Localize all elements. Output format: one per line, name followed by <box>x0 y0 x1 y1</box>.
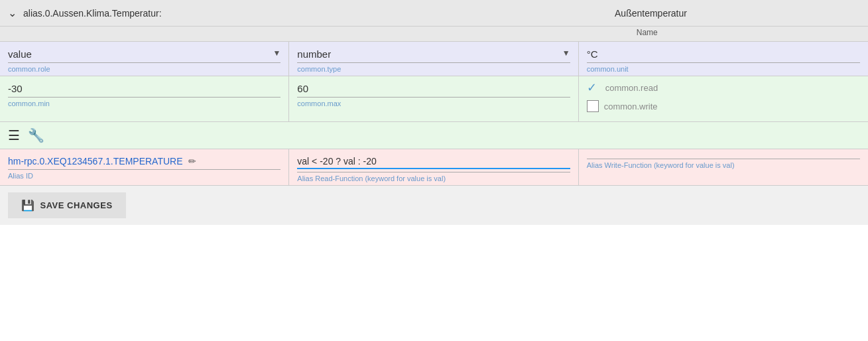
max-value: 60 <box>297 83 570 94</box>
save-row: 💾 SAVE CHANGES <box>0 186 868 225</box>
type-dropdown-icon[interactable]: ▼ <box>562 48 570 58</box>
write-checkbox-item[interactable]: common.write <box>587 100 860 112</box>
min-label: common.min <box>8 97 280 107</box>
min-cell: -30 common.min <box>0 76 289 121</box>
write-func-label: Alias Write-Function (keyword for value … <box>587 159 860 169</box>
alias-path: alias.0.Aussen.Klima.Temperatur: <box>23 8 442 19</box>
type-value[interactable]: number ▼ <box>297 48 570 60</box>
read-write-cell: ✓ common.read common.write <box>579 76 868 121</box>
type-text: number <box>297 48 331 60</box>
read-func-cell: val < -20 ? val : -20 Alias Read-Functio… <box>289 149 578 185</box>
role-cell: value ▼ common.role <box>0 42 289 76</box>
toolbar-row: ☰ 🔧 <box>0 122 868 149</box>
write-func-cell: Alias Write-Function (keyword for value … <box>579 149 868 185</box>
alias-section: hm-rpc.0.XEQ1234567.1.TEMPERATURE ✏ Alia… <box>0 149 868 186</box>
min-max-section: -30 common.min 60 common.max ✓ common.re… <box>0 76 868 122</box>
read-checkmark-icon: ✓ <box>587 80 600 95</box>
chevron-icon[interactable]: ⌄ <box>8 7 17 19</box>
read-checkbox-item: ✓ common.read <box>587 80 860 95</box>
alias-id-container: hm-rpc.0.XEQ1234567.1.TEMPERATURE ✏ <box>8 156 280 167</box>
role-dropdown-icon[interactable]: ▼ <box>273 48 280 58</box>
read-func-label: Alias Read-Function (keyword for value i… <box>297 172 570 182</box>
type-label: common.type <box>297 62 570 73</box>
save-button-label: SAVE CHANGES <box>40 200 113 210</box>
save-icon: 💾 <box>21 199 35 212</box>
unit-value: °C <box>587 48 860 60</box>
list-icon[interactable]: ☰ <box>8 127 20 143</box>
max-label: common.max <box>297 97 570 107</box>
wrench-icon[interactable]: 🔧 <box>28 127 44 143</box>
role-label: common.role <box>8 62 280 73</box>
max-cell: 60 common.max <box>289 76 578 121</box>
write-checkbox-box[interactable] <box>587 100 599 112</box>
alias-id-label: Alias ID <box>8 169 280 180</box>
object-name: Außentemperatur <box>442 8 860 19</box>
read-func-value[interactable]: val < -20 ? val : -20 <box>297 156 570 169</box>
edit-icon[interactable]: ✏ <box>188 156 196 167</box>
save-changes-button[interactable]: 💾 SAVE CHANGES <box>8 192 126 218</box>
name-field-label: Name <box>434 28 861 37</box>
role-value[interactable]: value ▼ <box>8 48 280 60</box>
read-label: common.read <box>605 83 658 93</box>
name-label-row: Name <box>0 27 868 42</box>
min-value: -30 <box>8 83 280 94</box>
unit-cell: °C common.unit <box>579 42 868 76</box>
header-row: ⌄ alias.0.Aussen.Klima.Temperatur: Außen… <box>0 0 868 27</box>
type-cell: number ▼ common.type <box>289 42 578 76</box>
common-properties-section: value ▼ common.role number ▼ common.type… <box>0 42 868 76</box>
write-label: common.write <box>604 102 658 111</box>
alias-id-cell: hm-rpc.0.XEQ1234567.1.TEMPERATURE ✏ Alia… <box>0 149 289 185</box>
alias-id-value: hm-rpc.0.XEQ1234567.1.TEMPERATURE <box>8 156 183 167</box>
role-text: value <box>8 48 32 60</box>
unit-label: common.unit <box>587 62 860 73</box>
